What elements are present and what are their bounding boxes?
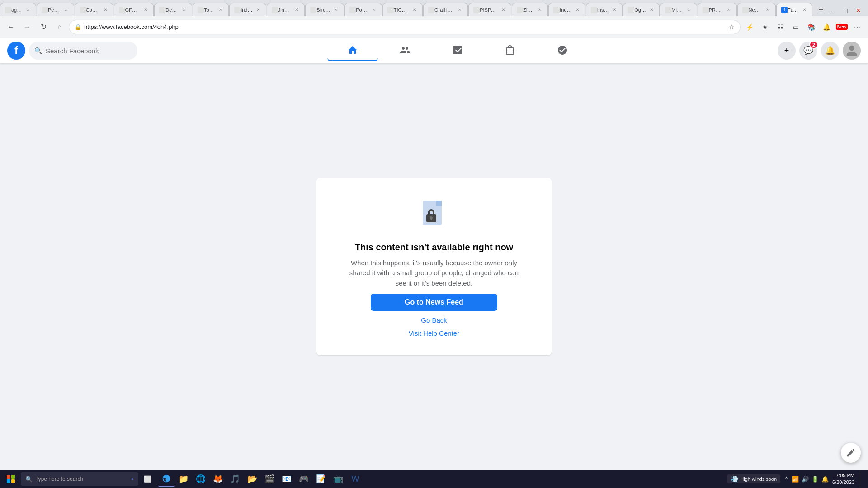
minimize-button[interactable]: – — [827, 5, 839, 16]
forward-button[interactable]: → — [20, 20, 34, 34]
close-button[interactable]: ✕ — [853, 5, 864, 16]
browser-tab-t3[interactable]: Contact✕ — [75, 3, 113, 16]
browser-tab-t21[interactable]: fFa...✕ — [776, 3, 812, 16]
tab-close-t18[interactable]: ✕ — [686, 7, 692, 13]
browser-tab-t4[interactable]: GFOU...✕ — [114, 3, 154, 16]
tab-close-t2[interactable]: ✕ — [63, 7, 69, 13]
browser-tab-t6[interactable]: Tony...✕ — [193, 3, 229, 16]
weather-widget[interactable]: 💨 High winds soon — [727, 474, 780, 483]
visit-help-center-link[interactable]: Visit Help Center — [409, 329, 459, 337]
tab-close-t5[interactable]: ✕ — [181, 7, 187, 13]
reading-mode-button[interactable]: 📚 — [804, 20, 818, 34]
taskbar-video-app[interactable]: 🎬 — [261, 471, 278, 487]
task-view-button[interactable]: ⬜ — [139, 471, 156, 487]
notification-center-icon[interactable]: 🔔 — [821, 476, 829, 483]
nav-marketplace[interactable] — [485, 40, 535, 61]
search-bar[interactable]: 🔍 Search Facebook — [29, 42, 137, 60]
clock[interactable]: 7:05 PM 6/20/2023 — [832, 472, 854, 486]
taskbar-mail-app[interactable]: 📧 — [278, 471, 295, 487]
restore-button[interactable]: ◻ — [840, 5, 852, 16]
split-screen-button[interactable]: ▭ — [788, 20, 803, 34]
tab-close-t4[interactable]: ✕ — [142, 7, 149, 13]
browser-tab-t7[interactable]: India...✕ — [229, 3, 266, 16]
tab-close-t8[interactable]: ✕ — [293, 7, 300, 13]
new-tab-button[interactable]: + — [815, 4, 827, 16]
back-button[interactable]: ← — [4, 20, 18, 34]
tab-close-t9[interactable]: ✕ — [333, 7, 339, 13]
taskbar-game-app[interactable]: 🎮 — [296, 471, 312, 487]
tab-close-t16[interactable]: ✕ — [611, 7, 618, 13]
tab-close-t14[interactable]: ✕ — [537, 7, 543, 13]
network-icon[interactable]: 📶 — [792, 476, 799, 483]
taskbar-tv-app[interactable]: 📺 — [330, 471, 346, 487]
tab-close-t13[interactable]: ✕ — [500, 7, 506, 13]
chevron-up-icon[interactable]: ⌃ — [784, 476, 789, 483]
file-explorer-icon: 📁 — [179, 474, 189, 484]
browser-tab-t20[interactable]: New t...✕ — [737, 3, 776, 16]
browser-tab-t11[interactable]: TICKE...✕ — [382, 3, 423, 16]
browser-tab-t2[interactable]: Penc...✕ — [37, 3, 74, 16]
browser-tab-t9[interactable]: Sfrcor...✕ — [305, 3, 344, 16]
account-avatar[interactable] — [843, 42, 861, 60]
taskbar-firefox-app[interactable]: 🦊 — [210, 471, 226, 487]
taskbar-edge2-app[interactable]: 🌐 — [193, 471, 209, 487]
browser-tab-t5[interactable]: Deep...✕ — [154, 3, 192, 16]
reload-button[interactable]: ↻ — [36, 20, 51, 34]
browser-tab-t14[interactable]: Zinc...✕ — [512, 3, 548, 16]
browser-tab-t1[interactable]: age...✕ — [0, 3, 36, 16]
compose-button[interactable] — [841, 443, 861, 463]
taskbar-music-app[interactable]: 🎵 — [227, 471, 243, 487]
browser-tab-t18[interactable]: Mino...✕ — [660, 3, 697, 16]
address-bar[interactable]: 🔒 https://www.facebook.com/4oh4.php ☆ — [69, 20, 741, 34]
firefox-icon: 🦊 — [213, 474, 223, 484]
browser-tab-t19[interactable]: PROP...✕ — [698, 3, 737, 16]
tab-close-t19[interactable]: ✕ — [726, 7, 732, 13]
tab-close-t21[interactable]: ✕ — [801, 7, 807, 13]
messenger-button[interactable]: 💬 2 — [799, 42, 817, 60]
bookmark-icon[interactable]: ☆ — [729, 23, 735, 31]
extensions-button[interactable]: ⚡ — [742, 20, 757, 34]
taskbar-notes-app[interactable]: 📝 — [313, 471, 329, 487]
tab-close-t17[interactable]: ✕ — [648, 7, 655, 13]
home-button[interactable]: ⌂ — [52, 20, 67, 34]
create-button[interactable]: + — [778, 42, 796, 60]
show-desktop-button[interactable] — [860, 471, 863, 487]
facebook-logo[interactable]: f — [7, 42, 25, 60]
favorites-button[interactable]: ★ — [758, 20, 772, 34]
tab-close-t10[interactable]: ✕ — [371, 7, 377, 13]
go-back-link[interactable]: Go Back — [421, 316, 447, 324]
browser-tab-t8[interactable]: Jinely...✕ — [267, 3, 305, 16]
tab-close-t1[interactable]: ✕ — [25, 7, 31, 13]
collections-button[interactable]: ☷ — [773, 20, 788, 34]
taskbar-edge-app[interactable] — [158, 471, 175, 487]
browser-tab-t13[interactable]: PISPAB...✕ — [468, 3, 511, 16]
battery-icon[interactable]: 🔋 — [811, 476, 819, 483]
browser-tab-t10[interactable]: Poke...✕ — [344, 3, 382, 16]
nav-friends[interactable] — [380, 40, 430, 61]
volume-icon[interactable]: 🔊 — [802, 476, 809, 483]
notifications-button[interactable]: 🔔 — [821, 42, 839, 60]
go-news-feed-button[interactable]: Go to News Feed — [371, 294, 497, 311]
nav-watch[interactable] — [432, 40, 483, 61]
tab-close-t12[interactable]: ✕ — [457, 7, 463, 13]
tab-close-t20[interactable]: ✕ — [764, 7, 771, 13]
browser-tab-t16[interactable]: Insta...✕ — [586, 3, 623, 16]
taskbar-search-bar[interactable]: 🔍 Type here to search ✦ — [21, 472, 138, 486]
browser-menu-button[interactable]: ⋯ — [850, 20, 864, 34]
browser-tab-t12[interactable]: OralHeal...✕ — [423, 3, 468, 16]
taskbar-folder-app[interactable]: 📂 — [244, 471, 260, 487]
add-to-favorites-button[interactable]: 🔔 — [819, 20, 834, 34]
tab-close-t11[interactable]: ✕ — [411, 7, 418, 13]
tab-close-t15[interactable]: ✕ — [574, 7, 580, 13]
taskbar-word-app[interactable]: W — [347, 471, 363, 487]
tab-close-t7[interactable]: ✕ — [255, 7, 261, 13]
nav-home[interactable] — [327, 40, 378, 61]
taskbar: 🔍 Type here to search ✦ ⬜ 📁 🌐 🦊 🎵 — [0, 470, 868, 488]
browser-tab-t17[interactable]: Oggi...✕ — [623, 3, 660, 16]
taskbar-file-explorer-app[interactable]: 📁 — [175, 471, 192, 487]
start-button[interactable] — [2, 471, 20, 487]
tab-close-t6[interactable]: ✕ — [217, 7, 224, 13]
browser-tab-t15[interactable]: India...✕ — [548, 3, 585, 16]
tab-close-t3[interactable]: ✕ — [102, 7, 108, 13]
nav-groups[interactable] — [537, 40, 588, 61]
